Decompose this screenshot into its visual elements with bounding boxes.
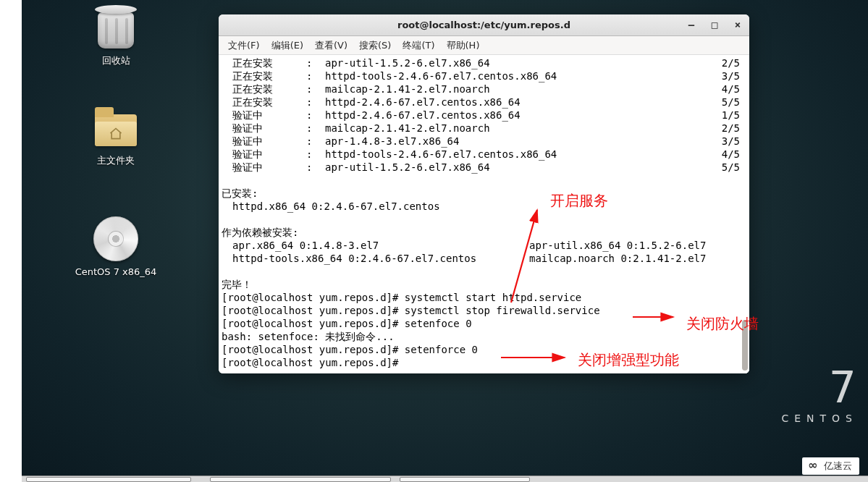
pkg-progress-line: 验证中: apr-util-1.5.2-6.el7.x86_645/5 [222,161,740,174]
trash-desktop-icon[interactable]: 回收站 [72,1,159,67]
taskbar-button[interactable] [400,477,530,482]
pkg-progress-line: 正在安装: apr-util-1.5.2-6.el7.x86_642/5 [222,56,740,69]
annotation-start-service: 开启服务 [550,191,608,211]
pkg-progress-line: 验证中: httpd-2.4.6-67.el7.centos.x86_641/5 [222,109,740,122]
menu-search[interactable]: 搜索(S) [354,37,396,54]
terminal-title: root@localhost:/etc/yum.repos.d [397,20,570,30]
minimize-button[interactable]: — [684,17,699,32]
terminal-line: bash: setenfoce: 未找到命令... [222,330,746,343]
home-folder-label: 主文件夹 [72,154,159,167]
menu-view[interactable]: 查看(V) [310,37,353,54]
arrow-selinux-icon [500,350,572,365]
taskbar[interactable] [22,475,868,482]
trash-icon [90,1,141,52]
centos-branding: 7 CENTOS [781,362,858,424]
watermark-badge: 亿速云 [802,457,859,475]
disc-desktop-icon[interactable]: CentOS 7 x86_64 [72,213,159,277]
annotation-stop-firewall: 关闭防火墙 [686,314,759,334]
pkg-progress-line: 正在安装: httpd-2.4.6-67.el7.centos.x86_645/… [222,96,740,109]
arrow-firewall-icon [631,310,682,324]
menu-edit[interactable]: 编辑(E) [266,37,308,54]
branding-name: CENTOS [781,413,858,424]
disc-label: CentOS 7 x86_64 [72,266,159,277]
close-button[interactable]: × [730,17,745,32]
terminal-titlebar[interactable]: root@localhost:/etc/yum.repos.d — □ × [219,14,749,36]
folder-home-icon [90,101,141,152]
dep-line: apr.x86_64 0:1.4.8-3.el7apr-util.x86_64 … [222,239,740,252]
maximize-button[interactable]: □ [707,17,722,32]
terminal-line: [root@localhost yum.repos.d]# systemctl … [222,291,746,304]
menu-help[interactable]: 帮助(H) [442,37,485,54]
pkg-progress-line: 验证中: httpd-tools-2.4.6-67.el7.centos.x86… [222,148,740,161]
svg-line-0 [511,210,537,303]
arrow-start-service-icon [505,206,549,307]
taskbar-button[interactable] [26,477,191,482]
menu-file[interactable]: 文件(F) [223,37,265,54]
left-strip [0,0,22,482]
menu-terminal[interactable]: 终端(T) [397,37,439,54]
disc-icon [90,213,141,264]
home-folder-desktop-icon[interactable]: 主文件夹 [72,101,159,167]
pkg-progress-line: 验证中: apr-1.4.8-3.el7.x86_643/5 [222,135,740,148]
pkg-progress-line: 验证中: mailcap-2.1.41-2.el7.noarch2/5 [222,122,740,135]
trash-label: 回收站 [72,54,159,67]
dep-line: httpd-tools.x86_64 0:2.4.6-67.el7.centos… [222,252,740,265]
terminal-content[interactable]: 正在安装: apr-util-1.5.2-6.el7.x86_642/5 正在安… [219,55,749,373]
branding-seven: 7 [781,362,858,413]
pkg-progress-line: 正在安装: mailcap-2.1.41-2.el7.noarch4/5 [222,83,740,96]
pkg-progress-line: 正在安装: httpd-tools-2.4.6-67.el7.centos.x8… [222,69,740,83]
annotation-disable-selinux: 关闭增强型功能 [578,350,679,370]
terminal-menubar: 文件(F) 编辑(E) 查看(V) 搜索(S) 终端(T) 帮助(H) [219,36,749,55]
taskbar-button[interactable] [210,477,391,482]
